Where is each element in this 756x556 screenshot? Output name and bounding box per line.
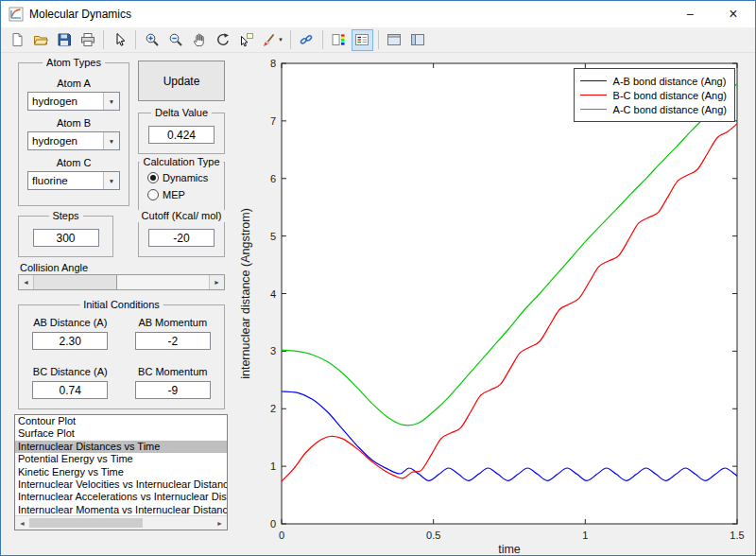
- collision-angle-label: Collision Angle: [20, 262, 88, 273]
- legend-label: B-C bond distance (Ang): [613, 90, 727, 101]
- dropdown-arrow-icon[interactable]: ▼: [103, 93, 119, 110]
- toolbar-separator: [103, 30, 104, 49]
- list-item[interactable]: Internuclear Velocities vs Internuclear …: [15, 478, 227, 491]
- scrollbar-left-arrow-icon[interactable]: ◄: [15, 516, 29, 530]
- open-file-button[interactable]: [29, 29, 51, 51]
- x-tick-label: 0: [279, 530, 284, 541]
- atom-a-dropdown[interactable]: hydrogen▼: [27, 92, 120, 111]
- open-file-icon: [33, 32, 48, 47]
- list-item[interactable]: Internuclear Accelerations vs Internucle…: [15, 491, 227, 503]
- cutoff-group: Cutoff (Kcal/ mol): [138, 216, 225, 257]
- initial-conditions-title: Initial Conditions: [79, 299, 163, 311]
- list-item[interactable]: Internuclear Distances vs Time: [15, 441, 227, 453]
- show-plot-tools-button[interactable]: [407, 29, 429, 51]
- close-button[interactable]: ×: [712, 1, 755, 27]
- brush-button[interactable]: ▼: [259, 29, 285, 51]
- zoom-in-icon: [145, 32, 160, 47]
- zoom-out-button[interactable]: [164, 29, 186, 51]
- dropdown-arrow-icon[interactable]: ▼: [103, 172, 119, 189]
- x-tick-label: 1.5: [730, 530, 744, 541]
- radio-mep-icon[interactable]: [147, 189, 159, 200]
- ab-distance-a-input[interactable]: [32, 332, 108, 350]
- insert-legend-icon: [354, 32, 369, 47]
- atom-b-label: Atom B: [19, 117, 129, 129]
- toolbar-separator: [290, 30, 291, 49]
- y-tick-label: 5: [270, 231, 276, 242]
- window-icon: [9, 7, 24, 22]
- cutoff-title: Cutoff (Kcal/ mol): [138, 210, 226, 222]
- radio-dynamics-icon[interactable]: [147, 172, 159, 183]
- minimize-button[interactable]: −: [668, 1, 712, 27]
- pan-button[interactable]: [188, 29, 210, 51]
- listbox-horizontal-scrollbar[interactable]: ◄ ►: [15, 515, 227, 530]
- main-content: Atom Types Atom Ahydrogen▼Atom Bhydrogen…: [1, 53, 755, 555]
- plot-canvas[interactable]: 00.511.5012345678timeinternuclear distan…: [237, 53, 755, 555]
- print-figure-button[interactable]: [77, 29, 98, 51]
- update-button[interactable]: Update: [138, 61, 225, 101]
- titlebar: Molecular Dynamics − ×: [1, 1, 755, 27]
- list-item[interactable]: Internuclear Momenta vs Internuclear Dis…: [15, 504, 227, 515]
- bc-distance-a-input[interactable]: [32, 381, 108, 399]
- x-tick-label: 0.5: [426, 530, 440, 541]
- scrollbar-thumb[interactable]: [29, 518, 143, 528]
- pan-icon: [192, 32, 207, 47]
- insert-colorbar-icon: [331, 32, 346, 47]
- scrollbar-right-arrow-icon[interactable]: ►: [213, 516, 227, 530]
- edit-plot-button[interactable]: [109, 29, 130, 51]
- y-tick-label: 6: [270, 173, 276, 184]
- list-item[interactable]: Surface Plot: [15, 427, 227, 440]
- y-tick-label: 3: [270, 345, 276, 356]
- plot-type-list-items: Contour PlotSurface PlotInternuclear Dis…: [15, 415, 227, 515]
- dropdown-arrow-icon[interactable]: ▼: [103, 132, 119, 149]
- show-plot-tools-icon: [410, 32, 425, 47]
- steps-input[interactable]: [33, 229, 99, 247]
- ab-momentum-input[interactable]: [135, 332, 211, 350]
- dropdown-caret-icon[interactable]: ▼: [278, 37, 284, 43]
- rotate-3d-button[interactable]: [212, 29, 233, 51]
- save-figure-button[interactable]: [53, 29, 75, 51]
- delta-value-input[interactable]: [148, 126, 215, 144]
- atom-b-dropdown[interactable]: hydrogen▼: [27, 131, 120, 150]
- zoom-in-button[interactable]: [141, 29, 163, 51]
- legend-entry: B-C bond distance (Ang): [580, 88, 727, 102]
- slider-right-arrow-icon[interactable]: ►: [209, 275, 224, 289]
- plot-type-listbox: Contour PlotSurface PlotInternuclear Dis…: [14, 414, 228, 530]
- atom-c-dropdown[interactable]: fluorine▼: [27, 171, 120, 190]
- link-plot-button[interactable]: [296, 29, 318, 51]
- legend-entry: A-B bond distance (Ang): [580, 74, 727, 88]
- bc-momentum-cell: [122, 381, 225, 406]
- cutoff-input[interactable]: [148, 229, 215, 247]
- list-item[interactable]: Contour Plot: [15, 415, 227, 427]
- plot-legend[interactable]: A-B bond distance (Ang)B-C bond distance…: [574, 68, 735, 122]
- insert-legend-button[interactable]: [352, 29, 373, 51]
- atom-a-label: Atom A: [19, 78, 129, 89]
- steps-title: Steps: [48, 210, 82, 222]
- legend-label: A-B bond distance (Ang): [613, 76, 727, 87]
- atom-c-value: fluorine: [28, 175, 103, 186]
- toolbar-separator: [378, 30, 379, 49]
- legend-label: A-C bond distance (Ang): [613, 104, 727, 115]
- calculation-type-group: Calculation Type DynamicsMEP: [138, 162, 225, 216]
- data-cursor-button[interactable]: [235, 29, 257, 51]
- hide-plot-tools-button[interactable]: [384, 29, 405, 51]
- initial-conditions-fields: AB Distance (A)AB MomentumBC Distance (A…: [19, 305, 224, 406]
- new-figure-button[interactable]: [6, 29, 27, 51]
- bc-momentum-input[interactable]: [135, 381, 211, 399]
- list-item[interactable]: Kinetic Energy vs Time: [15, 466, 227, 478]
- scrollbar-track[interactable]: [29, 516, 213, 530]
- slider-track[interactable]: [34, 275, 209, 289]
- edit-plot-icon: [112, 32, 128, 47]
- ab-distance-a-cell: [19, 332, 122, 356]
- collision-angle-slider[interactable]: ◄ ►: [18, 274, 225, 290]
- slider-left-arrow-icon[interactable]: ◄: [19, 275, 34, 289]
- new-figure-icon: [9, 32, 25, 47]
- slider-thumb[interactable]: [34, 275, 117, 289]
- insert-colorbar-button[interactable]: [328, 29, 350, 51]
- y-tick-label: 8: [270, 58, 276, 69]
- radio-dynamics[interactable]: Dynamics: [147, 172, 208, 183]
- delta-value-group: Delta Value: [138, 113, 225, 154]
- y-tick-label: 2: [270, 403, 276, 414]
- list-item[interactable]: Potential Energy vs Time: [15, 453, 227, 465]
- radio-mep[interactable]: MEP: [147, 189, 208, 200]
- caption-buttons: − ×: [668, 1, 755, 27]
